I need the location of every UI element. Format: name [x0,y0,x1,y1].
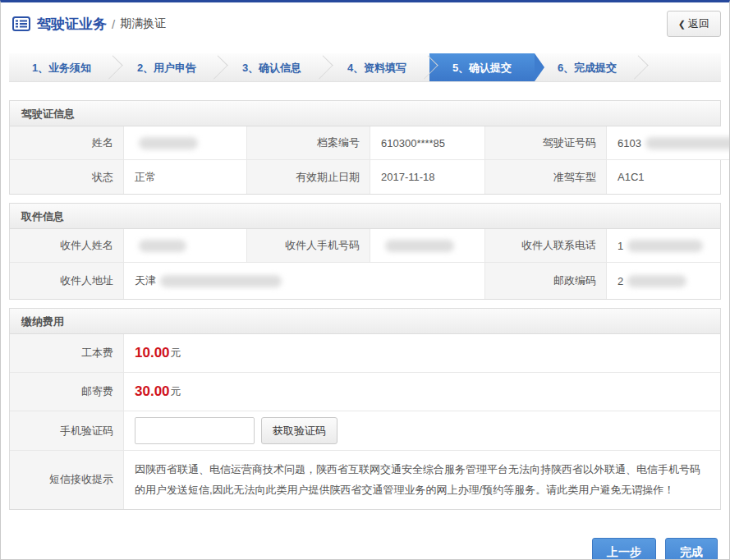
name-label: 姓名 [10,126,124,160]
step-navigation: 1、业务须知 2、用户申告 3、确认信息 4、资料填写 5、确认提交 6、完成提… [9,53,721,82]
postcode-label: 邮政编码 [485,263,607,299]
recipient-phone-label: 收件人联系电话 [485,229,607,263]
post-fee-label: 邮寄费 [10,373,124,411]
redacted-postcode [627,275,686,287]
sms-notice-label: 短信接收提示 [10,451,124,509]
captcha-input[interactable] [135,417,255,444]
license-info-section: 驾驶证信息 姓名 档案编号 610300****85 驾驶证号码 6103 状态… [9,100,721,195]
postcode-value: 2 [607,263,720,299]
work-fee-label: 工本费 [10,334,124,373]
expiry-label: 有效期止日期 [247,160,370,194]
prev-step-button[interactable]: 上一步 [592,538,656,560]
step-2-declaration[interactable]: 2、用户申告 [114,53,219,81]
status-label: 状态 [10,160,124,194]
payment-section: 缴纳费用 工本费 10.00元 邮寄费 30.00元 手机验证码 获取验证码 短… [9,308,721,510]
breadcrumb-separator: / [112,17,115,31]
back-button[interactable]: ❮返回 [667,11,721,37]
recipient-phone-value: 1 [607,229,720,263]
breadcrumb-current: 期满换证 [120,16,166,31]
step-6-complete[interactable]: 6、完成提交 [535,53,640,81]
expiry-value: 2017-11-18 [370,160,485,194]
captcha-field-cell: 获取验证码 [124,411,720,451]
step-3-confirm-info[interactable]: 3、确认信息 [219,53,324,81]
step-5-confirm-submit[interactable]: 5、确认提交 [429,53,535,81]
vehicle-type-label: 准驾车型 [485,160,607,194]
finish-button[interactable]: 完成 [665,538,718,560]
license-renewal-page: 驾驶证业务 / 期满换证 ❮返回 1、业务须知 2、用户申告 3、确认信息 4、… [0,0,730,560]
sms-notice-text: 因陕西省联通、电信运营商技术问题，陕西省互联网交通安全综合服务管理平台无法向持陕… [124,451,720,509]
redacted-recipient [139,240,186,252]
post-fee-value: 30.00元 [124,373,720,411]
redacted-name [139,137,198,149]
recipient-address-label: 收件人地址 [10,263,124,299]
page-title: 驾驶证业务 [37,15,107,34]
recipient-name-value [124,229,247,263]
chevron-left-icon: ❮ [678,19,686,29]
license-no-value: 6103 [607,126,730,160]
post-fee-unit: 元 [171,384,181,399]
payment-section-title: 缴纳费用 [10,309,720,334]
work-fee-value: 10.00元 [124,334,720,373]
page-header: 驾驶证业务 / 期满换证 ❮返回 [1,2,729,45]
step-1-notice[interactable]: 1、业务须知 [9,53,114,81]
footer-actions: 上一步 完成 [1,518,729,560]
recipient-name-label: 收件人姓名 [10,229,124,263]
get-captcha-button[interactable]: 获取验证码 [261,417,337,444]
captcha-label: 手机验证码 [10,411,124,451]
list-icon [12,16,30,31]
recipient-mobile-value [370,229,485,263]
file-no-label: 档案编号 [247,126,370,160]
redacted-license-no [645,137,730,149]
work-fee-unit: 元 [171,346,181,360]
file-no-value: 610300****85 [370,126,485,160]
redacted-address [160,275,282,287]
work-fee-amount: 10.00 [135,345,170,361]
license-no-label: 驾驶证号码 [485,126,607,160]
redacted-phone [627,240,703,252]
step-4-fill-data[interactable]: 4、资料填写 [324,53,429,81]
vehicle-type-value: A1C1 [607,160,720,194]
redacted-mobile [385,240,454,252]
name-value [124,126,247,160]
pickup-info-section: 取件信息 收件人姓名 收件人手机号码 收件人联系电话 1 收件人地址 天津 邮政… [9,203,721,300]
status-value: 正常 [124,160,247,194]
recipient-address-value: 天津 [124,263,485,299]
license-section-title: 驾驶证信息 [10,101,720,126]
back-button-label: 返回 [688,17,709,30]
post-fee-amount: 30.00 [135,383,170,400]
pickup-section-title: 取件信息 [10,204,720,229]
recipient-mobile-label: 收件人手机号码 [247,229,370,263]
